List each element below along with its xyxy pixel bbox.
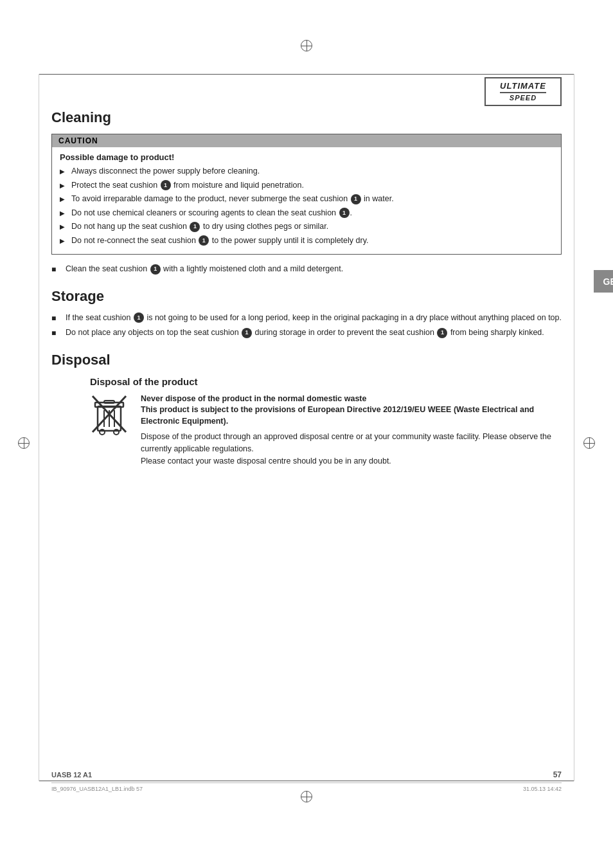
bottom-info-left: IB_90976_UASB12A1_LB1.indb 57 [51, 786, 143, 792]
caution-item-1: Always disconnect the power supply befor… [60, 166, 553, 177]
caution-item-4: Do not use chemical cleaners or scouring… [60, 208, 553, 219]
disposal-bold-text: Never dispose of the product in the norm… [141, 393, 562, 428]
cleaning-section: Cleaning CAUTION Possible damage to prod… [51, 109, 562, 275]
caution-header: CAUTION [52, 134, 561, 147]
footer-page-number: 57 [553, 770, 562, 779]
weee-icon [90, 393, 129, 435]
registration-mark-bottom [301, 791, 312, 802]
storage-heading: Storage [51, 288, 562, 305]
logo-line1: ULTIMATE [500, 81, 546, 91]
caution-item-5: Do not hang up the seat cushion 1 to dry… [60, 221, 553, 233]
bottom-info-right: 31.05.13 14:42 [523, 786, 562, 792]
footer-model-number: UASB 12 A1 [51, 771, 92, 779]
cushion-icon-1: 1 [161, 180, 171, 190]
registration-mark-top [301, 40, 312, 51]
main-content-area: Cleaning CAUTION Possible damage to prod… [51, 109, 562, 473]
cushion-icon-4: 1 [190, 222, 200, 232]
clean-instruction-list: Clean the seat cushion 1 with a lightly … [51, 264, 562, 275]
storage-item-1: If the seat cushion 1 is not going to be… [51, 312, 562, 324]
cushion-icon-8: 1 [242, 328, 252, 338]
caution-body: Possible damage to product! Always disco… [52, 147, 561, 254]
disposal-heading: Disposal [51, 352, 562, 368]
registration-mark-right [583, 437, 595, 449]
top-border-line [39, 74, 574, 75]
clean-instruction-item: Clean the seat cushion 1 with a lightly … [51, 264, 562, 275]
cushion-icon-2: 1 [351, 194, 361, 204]
storage-list: If the seat cushion 1 is not going to be… [51, 312, 562, 339]
cushion-icon-9: 1 [437, 328, 447, 338]
bottom-border-line [39, 781, 574, 781]
disposal-normal-text: Dispose of the product through an approv… [141, 431, 562, 467]
caution-title: Possible damage to product! [60, 152, 553, 162]
disposal-section: Disposal Disposal of the product [51, 352, 562, 467]
cleaning-heading: Cleaning [51, 109, 562, 126]
brand-logo: ULTIMATE SPEED [484, 77, 562, 106]
caution-list: Always disconnect the power supply befor… [60, 166, 553, 246]
storage-item-2: Do not place any objects on top the seat… [51, 327, 562, 339]
logo-line2: SPEED [500, 92, 546, 102]
cushion-icon-7: 1 [134, 312, 144, 323]
caution-box: CAUTION Possible damage to product! Alwa… [51, 134, 562, 255]
right-border-line [574, 74, 574, 781]
footer: UASB 12 A1 57 [51, 770, 562, 779]
cushion-icon-5: 1 [199, 235, 209, 246]
disposal-content: Never dispose of the product in the norm… [90, 393, 562, 467]
language-tab-label: GB [603, 276, 614, 287]
cushion-icon-6: 1 [150, 264, 161, 275]
registration-mark-left [18, 437, 30, 449]
storage-section: Storage If the seat cushion 1 is not goi… [51, 288, 562, 339]
disposal-text-area: Never dispose of the product in the norm… [141, 393, 562, 467]
cushion-icon-3: 1 [339, 208, 350, 218]
disposal-sub-heading: Disposal of the product [90, 376, 562, 387]
left-border-line [39, 74, 39, 781]
caution-item-3: To avoid irreparable damage to the produ… [60, 194, 553, 205]
caution-item-2: Protect the seat cushion 1 from moisture… [60, 180, 553, 192]
bottom-info: IB_90976_UASB12A1_LB1.indb 57 31.05.13 1… [51, 782, 562, 792]
weee-icon-area [90, 393, 132, 467]
language-tab: GB [594, 270, 613, 293]
caution-item-6: Do not re-connect the seat cushion 1 to … [60, 235, 553, 247]
